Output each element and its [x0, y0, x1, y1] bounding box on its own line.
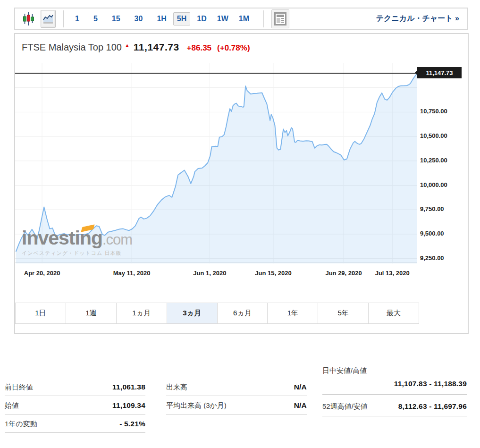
- watermark-brand: investing: [22, 227, 102, 249]
- technical-chart-link[interactable]: テクニカル・チャート »: [376, 14, 459, 24]
- stat-value: N/A: [294, 383, 307, 391]
- range-button-1ヵ月[interactable]: 1ヵ月: [117, 303, 167, 323]
- interval-5[interactable]: 5: [90, 12, 101, 25]
- instrument-title: FTSE Malaysia Top 100: [22, 42, 122, 53]
- stats-column-3: 日中安値/高値11,107.83 - 11,188.3952週高値/安値8,11…: [322, 364, 467, 416]
- interval-5h[interactable]: 5H: [173, 12, 190, 25]
- chart-plot-area[interactable]: investing.com インベスティング・ドットコム 日本版: [15, 63, 417, 263]
- stat-label: 日中安値/高値: [322, 366, 367, 374]
- x-axis-label: Jun 15, 2020: [255, 270, 291, 277]
- range-button-3ヵ月[interactable]: 3ヵ月: [167, 303, 218, 323]
- interval-1h[interactable]: 1H: [153, 12, 170, 25]
- range-button-1日[interactable]: 1日: [16, 303, 66, 323]
- news-panel-icon[interactable]: [271, 9, 289, 28]
- interval-buttons: 1515301H5H1D1W1M: [71, 12, 256, 25]
- current-price-line: [15, 73, 417, 74]
- watermark-tld: .com: [102, 231, 132, 248]
- stat-row: 前日終値11,061.38: [5, 378, 145, 396]
- toolbar-divider: [263, 10, 264, 27]
- investing-watermark: investing.com インベスティング・ドットコム 日本版: [22, 228, 132, 256]
- y-axis-label: 10,250.00: [420, 157, 447, 164]
- range-button-group: 1日1週1ヵ月3ヵ月6ヵ月1年5年最大: [15, 303, 419, 324]
- stat-value: 8,112.63 - 11,697.96: [398, 402, 467, 411]
- range-button-最大[interactable]: 最大: [369, 303, 419, 323]
- candlestick-chart-icon[interactable]: [23, 12, 35, 26]
- stats-column-1: 前日終値11,061.38始値11,109.341年の変動- 5.21%: [5, 378, 145, 433]
- y-axis-label: 10,000.00: [420, 181, 447, 188]
- stat-label: 前日終値: [5, 383, 33, 392]
- chart-panel: FTSE Malaysia Top 100 ▲ 11,147.73 +86.35…: [14, 33, 469, 334]
- up-arrow-icon: ▲: [125, 42, 130, 48]
- interval-1[interactable]: 1: [71, 12, 83, 25]
- stat-label: 始値: [5, 401, 19, 410]
- x-axis-label: Jun 29, 2020: [325, 270, 362, 277]
- stat-value: N/A: [294, 401, 307, 410]
- range-button-1年[interactable]: 1年: [268, 303, 318, 323]
- range-button-1週[interactable]: 1週: [66, 303, 117, 323]
- area-chart-icon[interactable]: [41, 10, 56, 28]
- y-axis-label: 9,750.00: [420, 205, 444, 212]
- watermark-subtitle: インベスティング・ドットコム 日本版: [22, 251, 132, 256]
- x-axis-label: Jun 1, 2020: [193, 270, 226, 277]
- page: { "toolbar": { "candlestick_icon": "cand…: [0, 0, 480, 448]
- interval-30[interactable]: 30: [131, 12, 147, 25]
- stat-row: 平均出来高 (3か月)N/A: [166, 396, 307, 414]
- price-change-percent: (+0.78%): [217, 43, 250, 53]
- x-axis-label: Jul 13, 2020: [375, 270, 410, 277]
- toolbar-divider: [63, 10, 64, 27]
- price-change: +86.35: [187, 43, 211, 53]
- stat-value: - 5.21%: [119, 420, 145, 428]
- stat-label: 平均出来高 (3か月): [166, 401, 227, 410]
- newspaper-glyph: [274, 12, 286, 25]
- stat-label: 52週高値/安値: [322, 402, 368, 411]
- last-price: 11,147.73: [134, 42, 179, 53]
- stat-row: 出来高N/A: [166, 378, 307, 396]
- stat-row: 始値11,109.34: [5, 396, 145, 414]
- y-axis-label: 9,500.00: [420, 230, 444, 237]
- chart-toolbar: 1515301H5H1D1W1M テクニカル・チャート »: [14, 8, 468, 30]
- y-axis-label: 10,750.00: [420, 108, 447, 115]
- stats-column-2: 出来高N/A平均出来高 (3か月)N/A: [166, 378, 307, 414]
- stat-row: 1年の変動- 5.21%: [5, 414, 145, 433]
- stat-value: 11,061.38: [112, 383, 145, 391]
- stat-row: 日中安値/高値11,107.83 - 11,188.39: [322, 364, 467, 395]
- stat-value: 11,107.83 - 11,188.39: [322, 380, 467, 388]
- stat-label: 1年の変動: [5, 420, 37, 429]
- range-button-5年[interactable]: 5年: [318, 303, 369, 323]
- range-button-6ヵ月[interactable]: 6ヵ月: [218, 303, 268, 323]
- x-axis-label: May 11, 2020: [113, 270, 151, 277]
- interval-1d[interactable]: 1D: [193, 12, 210, 25]
- current-price-badge: 11,147.73: [417, 67, 462, 78]
- stat-label: 出来高: [166, 383, 187, 392]
- interval-1w[interactable]: 1W: [213, 12, 232, 25]
- stat-value: 11,109.34: [112, 401, 145, 410]
- y-axis-label: 10,500.00: [420, 132, 447, 139]
- stat-row: 52週高値/安値8,112.63 - 11,697.96: [322, 395, 467, 416]
- chart-header: FTSE Malaysia Top 100 ▲ 11,147.73 +86.35…: [22, 42, 250, 53]
- interval-15[interactable]: 15: [108, 12, 124, 25]
- x-axis-label: Apr 20, 2020: [24, 270, 60, 277]
- interval-1m[interactable]: 1M: [235, 12, 253, 25]
- y-axis-label: 9,250.00: [420, 254, 444, 262]
